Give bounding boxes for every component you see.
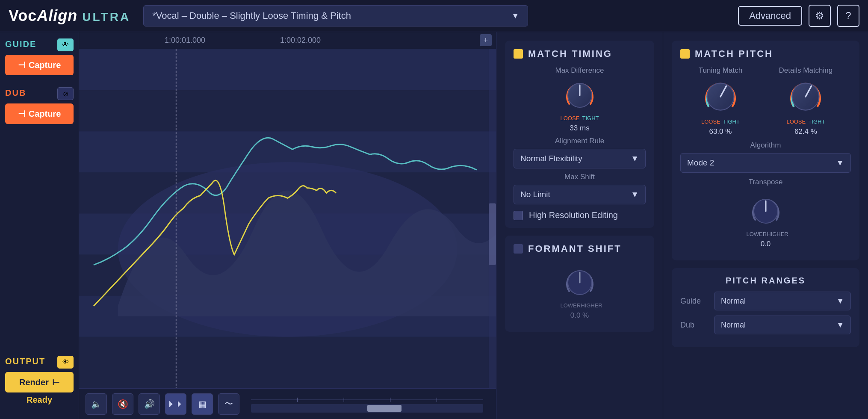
match-pitch-checkbox[interactable] bbox=[680, 49, 690, 59]
formant-range: LOWER HIGHER bbox=[561, 302, 599, 309]
zoom-button[interactable]: + bbox=[480, 34, 492, 46]
bars-view-button[interactable]: ▦ bbox=[192, 393, 213, 415]
max-diff-range: LOOSE TIGHT bbox=[561, 115, 599, 121]
scroll-track[interactable] bbox=[251, 404, 483, 413]
waveform-svg bbox=[79, 49, 496, 388]
match-timing-header: MATCH TIMING bbox=[514, 48, 646, 59]
output-track-header: OUTPUT 👁 bbox=[5, 356, 74, 369]
formant-knob-area: LOWER HIGHER 0.0 % bbox=[514, 261, 646, 324]
chevron-down-icon: ▼ bbox=[511, 12, 519, 21]
wave-icon: 〜 bbox=[224, 398, 233, 410]
tuning-loose: LOOSE bbox=[701, 118, 720, 125]
tuning-range: LOOSE TIGHT bbox=[701, 118, 740, 125]
ready-status: Ready bbox=[5, 395, 74, 405]
dub-track-section: DUB ⊘ ⊣ Capture bbox=[5, 87, 74, 124]
algorithm-dropdown[interactable]: Mode 2 ▼ bbox=[680, 153, 851, 173]
preset-value: *Vocal – Double – Slightly Loose Timing … bbox=[152, 10, 351, 21]
svg-rect-12 bbox=[489, 203, 496, 265]
formant-value: 0.0 % bbox=[570, 311, 589, 320]
help-button[interactable]: ? bbox=[837, 5, 859, 27]
transpose-knob[interactable] bbox=[749, 194, 783, 228]
mute-icon: 🔇 bbox=[118, 399, 128, 409]
algorithm-label: Algorithm bbox=[680, 141, 851, 150]
max-diff-row: Max Difference bbox=[514, 66, 646, 133]
transpose-lower: LOWER bbox=[747, 231, 767, 237]
match-pitch-title: MATCH PITCH bbox=[695, 48, 773, 59]
output-track-section: OUTPUT 👁 Render ⊢ Ready bbox=[5, 356, 74, 405]
max-shift-row: Max Shift No Limit ▼ bbox=[514, 173, 646, 204]
transpose-label: Transpose bbox=[680, 178, 851, 186]
transpose-higher: HIGHER bbox=[767, 231, 788, 237]
dub-capture-button[interactable]: ⊣ Capture bbox=[5, 103, 74, 124]
dub-visibility-button[interactable]: ⊘ bbox=[57, 87, 74, 100]
details-match-knob[interactable] bbox=[786, 77, 825, 116]
match-timing-checkbox[interactable] bbox=[514, 49, 523, 59]
dropdown-arrow-icon: ▼ bbox=[631, 154, 639, 163]
formant-shift-title: FORMANT SHIFT bbox=[528, 243, 622, 254]
formant-shift-checkbox[interactable] bbox=[514, 244, 523, 254]
output-visibility-button[interactable]: 👁 bbox=[57, 356, 74, 369]
volume-button[interactable]: 🔈 bbox=[86, 393, 107, 415]
alignment-rule-label: Alignment Rule bbox=[514, 137, 646, 145]
alignment-rule-dropdown[interactable]: Normal Flexibility ▼ bbox=[514, 149, 646, 168]
mute-button[interactable]: 🔇 bbox=[112, 393, 133, 415]
guide-range-label: Guide bbox=[680, 297, 708, 306]
formant-knob[interactable] bbox=[563, 266, 597, 300]
eye-slash-icon: ⊘ bbox=[63, 90, 68, 98]
logo-ultra: ULTRA bbox=[82, 10, 130, 24]
panel-right: MATCH PITCH Tuning Match bbox=[663, 32, 868, 419]
timeline-marker-1: 1:00:01.000 bbox=[165, 36, 205, 45]
transpose-knob-container: LOWER HIGHER 0.0 bbox=[747, 194, 785, 248]
right-panels: MATCH TIMING Max Difference bbox=[496, 32, 868, 419]
waveform-container: 1:00:01.000 1:00:02.000 + bbox=[79, 32, 496, 419]
max-diff-knob-container: LOOSE TIGHT 33 ms bbox=[561, 78, 599, 133]
render-button[interactable]: Render ⊢ bbox=[5, 372, 74, 392]
volume-up-icon: 🔊 bbox=[144, 399, 155, 409]
gear-icon: ⚙ bbox=[815, 10, 824, 22]
logo-voc: Voc bbox=[9, 7, 37, 24]
high-res-checkbox[interactable] bbox=[514, 211, 523, 220]
formant-knob-container: LOWER HIGHER 0.0 % bbox=[561, 266, 599, 320]
max-diff-knob[interactable] bbox=[563, 78, 597, 112]
guide-visibility-button[interactable]: 👁 bbox=[57, 38, 74, 51]
details-match-label: Details Matching bbox=[779, 66, 833, 75]
guide-label: GUIDE bbox=[5, 39, 36, 49]
sidebar: GUIDE 👁 ⊣ Capture DUB ⊘ ⊣ Capture bbox=[0, 32, 79, 419]
eye-icon: 👁 bbox=[62, 41, 69, 49]
play-button[interactable]: ⏵⏵ bbox=[165, 393, 186, 415]
scroll-thumb[interactable] bbox=[367, 405, 402, 412]
algorithm-value: Mode 2 bbox=[687, 158, 714, 168]
match-pitch-section: MATCH PITCH Tuning Match bbox=[672, 41, 859, 260]
formant-higher-label: HIGHER bbox=[581, 302, 602, 309]
guide-capture-button[interactable]: ⊣ Capture bbox=[5, 55, 74, 75]
volume-icon: 🔈 bbox=[91, 399, 102, 409]
guide-range-value: Normal bbox=[721, 297, 746, 306]
eye-icon-output: 👁 bbox=[62, 358, 69, 366]
pitch-ranges-title: PITCH RANGES bbox=[680, 276, 851, 286]
advanced-button[interactable]: Advanced bbox=[738, 6, 802, 26]
gear-button[interactable]: ⚙ bbox=[809, 5, 831, 27]
dub-range-row: Dub Normal ▼ bbox=[680, 316, 851, 334]
transpose-range: LOWER HIGHER bbox=[747, 231, 785, 237]
waveform-canvas[interactable] bbox=[79, 49, 496, 388]
timeline-scrubber[interactable] bbox=[251, 395, 483, 413]
main-content: GUIDE 👁 ⊣ Capture DUB ⊘ ⊣ Capture bbox=[0, 32, 868, 419]
dub-range-dropdown[interactable]: Normal ▼ bbox=[714, 316, 851, 334]
guide-track-header: GUIDE 👁 bbox=[5, 38, 74, 51]
match-timing-section: MATCH TIMING Max Difference bbox=[505, 41, 654, 228]
volume-up-button[interactable]: 🔊 bbox=[139, 393, 160, 415]
alignment-rule-value: Normal Flexibility bbox=[520, 154, 582, 163]
tuning-match-knob[interactable] bbox=[701, 77, 740, 116]
formant-shift-section: FORMANT SHIFT LOWER HI bbox=[505, 236, 654, 332]
play-icon: ⏵⏵ bbox=[167, 399, 184, 409]
pitch-knobs-row: Tuning Match LOOSE TIGHT bbox=[680, 66, 851, 136]
preset-dropdown[interactable]: *Vocal – Double – Slightly Loose Timing … bbox=[143, 5, 528, 27]
details-tight: TIGHT bbox=[808, 118, 825, 125]
svg-rect-2 bbox=[79, 90, 496, 131]
max-shift-dropdown[interactable]: No Limit ▼ bbox=[514, 185, 646, 204]
wave-view-button[interactable]: 〜 bbox=[218, 393, 239, 415]
match-timing-title: MATCH TIMING bbox=[528, 48, 612, 59]
tuning-value: 63.0 % bbox=[709, 127, 732, 136]
transpose-row: Transpose LOWER bbox=[680, 178, 851, 253]
guide-range-dropdown[interactable]: Normal ▼ bbox=[714, 292, 851, 310]
